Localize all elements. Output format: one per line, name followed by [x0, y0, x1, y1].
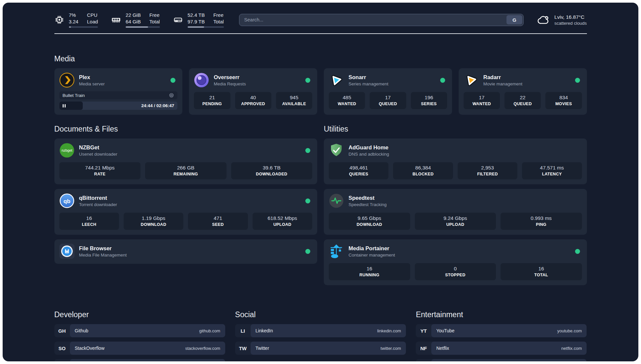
stat-tile: 9.24 GbpsUPLOAD — [415, 213, 496, 230]
stat-tile: 22QUEUED — [504, 92, 541, 109]
qbittorrent-logo-icon: qb — [59, 193, 75, 208]
app-card-sonarr[interactable]: SonarrSeries management485WANTED17QUEUED… — [324, 68, 452, 115]
stat-tile: 86,384BLOCKED — [393, 162, 453, 179]
stat-value: 744.21 Mbps — [61, 165, 139, 171]
bookmark-github[interactable]: GHGithubgithub.com — [54, 324, 225, 337]
stat-value: 47.571 ms — [523, 165, 580, 171]
status-online-dot — [440, 78, 445, 83]
status-online-dot — [170, 78, 175, 83]
stat-value: 86,384 — [394, 165, 451, 171]
stat-values: 22 GiB64 GiB — [126, 12, 141, 25]
status-online-dot — [305, 249, 310, 254]
stat-tile: 2,953FILTERED — [458, 162, 517, 179]
app-description: Series management — [349, 81, 388, 86]
topbar: 7%3.24CPULoad22 GiB64 GiBFreeTotal52.4 T… — [54, 12, 587, 28]
status-online-dot — [305, 198, 310, 203]
stat-label: LEECH — [61, 222, 118, 227]
bookmark-twitter[interactable]: TWTwittertwitter.com — [235, 342, 406, 355]
stat-label: APPROVED — [236, 102, 270, 106]
usage-progress-bar — [69, 26, 98, 28]
bookmark-abbr: RE — [416, 359, 431, 361]
speedtest-logo-icon — [329, 193, 344, 208]
app-card-qbittorrent[interactable]: qbqBittorrentTorrent downloader16LEECH1.… — [54, 189, 318, 235]
stat-label: QUEUED — [371, 102, 405, 106]
adguard-logo-icon — [329, 143, 344, 158]
app-card-adguard-home[interactable]: AdGuard HomeDNS and adblocking498,461QUE… — [324, 138, 587, 184]
app-card-radarr[interactable]: RadarrMovie management17WANTED22QUEUED83… — [459, 68, 587, 115]
stat-tile: 618.52 MbpsUPLOAD — [253, 213, 312, 230]
section-title-developer: Developer — [54, 310, 225, 319]
stat-label: PING — [502, 222, 581, 227]
app-name: Speedtest — [349, 195, 387, 201]
stat-value: 196 — [412, 95, 446, 101]
status-online-dot — [305, 148, 310, 153]
playback-progress-bar[interactable]: 24:44 / 02:06:47 — [59, 102, 178, 110]
stat-tile: 485WANTED — [329, 92, 365, 109]
app-card-overseerr[interactable]: OverseerrMedia Requests21PENDING40APPROV… — [189, 68, 317, 115]
stat-label: PENDING — [195, 102, 229, 106]
app-card-plex[interactable]: PlexMedia serverBullet Train24:44 / 02:0… — [54, 68, 183, 115]
app-description: Media Requests — [214, 81, 246, 86]
portainer-logo-icon — [329, 244, 344, 259]
utilities-column: AdGuard HomeDNS and adblocking498,461QUE… — [324, 138, 587, 285]
bookmark-name: Netflix — [436, 346, 449, 351]
status-online-dot — [305, 78, 310, 83]
pause-icon[interactable] — [63, 103, 67, 109]
app-card-nzbget[interactable]: nzbgetNZBGetUsenet downloader744.21 Mbps… — [54, 138, 318, 184]
stat-tile: 266 GBREMAINING — [145, 162, 227, 179]
bookmark-abbr: NF — [416, 342, 431, 355]
bookmark-reddit[interactable]: RERedditreddit.com — [416, 359, 587, 361]
stat-label: UPLOAD — [416, 222, 495, 227]
stat-value: 17 — [371, 95, 405, 101]
app-description: Torrent downloader — [79, 202, 117, 207]
bookmark-url: linkedin.com — [377, 328, 401, 333]
stat-value: 485 — [330, 95, 364, 101]
stat-tile: 21PENDING — [194, 92, 230, 109]
stat-labels: FreeTotal — [149, 12, 160, 25]
bookmark-netflix[interactable]: NFNetflixnetflix.com — [416, 342, 587, 355]
stat-values: 7%3.24 — [69, 12, 78, 25]
stat-labels: FreeTotal — [213, 12, 224, 25]
stat-value: 0 — [416, 266, 495, 272]
app-card-file-browser[interactable]: File BrowserMedia File Management — [54, 239, 318, 264]
stat-value: 266 GB — [146, 165, 225, 171]
stat-value: 2,953 — [459, 165, 516, 171]
stat-value: 16 — [330, 266, 409, 272]
cpu-stat: 7%3.24CPULoad — [54, 12, 98, 28]
stat-label: DOWNLOAD — [125, 222, 182, 227]
weather-condition: scattered clouds — [554, 21, 587, 26]
stat-label: SERIES — [412, 102, 446, 106]
stat-label: QUEUED — [506, 102, 539, 106]
app-name: Radarr — [483, 74, 523, 80]
bookmark-stackoverflow[interactable]: SOStackOverflowstackoverflow.com — [54, 342, 225, 355]
stat-tile: 0.993 msPING — [501, 213, 582, 230]
usage-progress-bar — [126, 26, 160, 28]
stat-label: MOVIES — [547, 102, 580, 106]
stat-tile: 196SERIES — [411, 92, 447, 109]
stat-label: REMAINING — [146, 172, 225, 176]
search-input[interactable] — [239, 17, 506, 22]
stat-value: 945 — [277, 95, 311, 101]
app-name: Overseerr — [214, 74, 246, 80]
bookmark-youtube[interactable]: YTYouTubeyoutube.com — [416, 324, 587, 337]
app-card-media-portainer[interactable]: Media PortainerContainer management16RUN… — [324, 239, 587, 285]
stat-value: 40 — [236, 95, 270, 101]
now-playing-title-row: Bullet Train — [59, 91, 178, 99]
app-name: File Browser — [79, 245, 127, 252]
app-name: NZBGet — [79, 144, 117, 151]
stat-label: FILTERED — [459, 172, 516, 176]
bookmark-dev[interactable]: DTDEVdev.to — [54, 359, 225, 361]
search-provider-button[interactable]: G — [506, 15, 522, 24]
app-description: DNS and adblocking — [349, 152, 389, 157]
app-card-speedtest[interactable]: SpeedtestSpeedtest Tracking9.65 GbpsDOWN… — [324, 189, 587, 235]
search-box[interactable]: G — [239, 14, 524, 26]
section-title-utilities: Utilities — [324, 125, 587, 134]
stat-label: QUERIES — [330, 172, 387, 176]
bookmark-linkedin[interactable]: LILinkedInlinkedin.com — [235, 324, 406, 337]
stat-tile: 1.19 GbpsDOWNLOAD — [124, 213, 183, 230]
session-target-icon[interactable] — [169, 93, 174, 98]
bookmark-url: twitter.com — [381, 346, 401, 351]
cpu-chip-icon — [54, 15, 64, 25]
bookmark-name: Github — [75, 328, 88, 333]
stat-label: BLOCKED — [394, 172, 451, 176]
